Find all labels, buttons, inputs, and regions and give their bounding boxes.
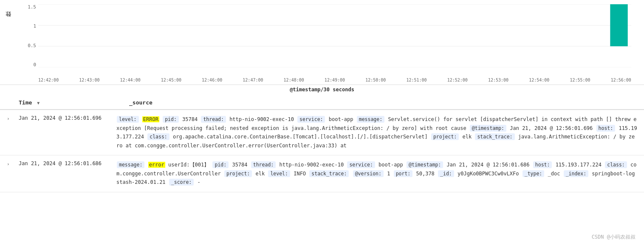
svg-rect-4 xyxy=(610,4,627,46)
log-rows: ›Jan 21, 2024 @ 12:56:01.696level: ERROR… xyxy=(0,110,644,192)
x-tick: 12:53:00 xyxy=(488,78,508,82)
source-tag: _index: xyxy=(564,170,588,177)
source-tag: @timestamp: xyxy=(470,125,506,132)
source-tag: level: xyxy=(268,170,290,177)
chart-area: 计数 1.510.50 12:42:0012:43:0012:44:0012:4… xyxy=(0,0,644,85)
x-tick: 12:52:00 xyxy=(447,78,468,82)
source-highlight: ERROR xyxy=(142,116,159,122)
source-tag: stack_trace: xyxy=(475,133,514,140)
y-tick: 1 xyxy=(33,23,36,29)
source-tag: pid: xyxy=(212,161,229,168)
x-axis-title: @timestamp/30 seconds xyxy=(0,85,644,96)
col-time-header[interactable]: Time ▼ xyxy=(19,99,129,106)
x-tick: 12:49:00 xyxy=(325,78,345,82)
source-tag: @version: xyxy=(353,170,384,177)
x-tick: 12:46:00 xyxy=(202,78,222,82)
sort-icon[interactable]: ▼ xyxy=(37,101,40,105)
source-tag: _type: xyxy=(523,170,545,177)
x-tick: 12:51:00 xyxy=(406,78,427,82)
x-tick: 12:48:00 xyxy=(284,78,304,82)
x-tick: 12:50:00 xyxy=(365,78,386,82)
chart-svg xyxy=(38,4,631,68)
source-tag: port: xyxy=(394,170,413,177)
source-tag: message: xyxy=(357,116,384,123)
y-axis: 1.510.50 xyxy=(23,4,36,68)
x-tick: 12:54:00 xyxy=(529,78,549,82)
chart-canvas xyxy=(38,4,631,68)
source-tag: service: xyxy=(297,116,325,123)
x-tick: 12:55:00 xyxy=(570,78,590,82)
x-tick: 12:42:00 xyxy=(38,78,59,82)
source-tag: class: xyxy=(147,133,169,140)
expand-button[interactable]: › xyxy=(7,161,15,167)
source-tag: thread: xyxy=(251,161,276,168)
time-label: Time xyxy=(19,99,32,106)
source-tag: _id: xyxy=(438,170,454,177)
source-tag: pid: xyxy=(163,116,179,123)
table-header: Time ▼ _source xyxy=(0,96,644,110)
x-tick: 12:47:00 xyxy=(243,78,263,82)
table-row: ›Jan 21, 2024 @ 12:56:01.686message: err… xyxy=(0,155,644,192)
log-time: Jan 21, 2024 @ 12:56:01.696 xyxy=(19,115,116,121)
y-tick: 0.5 xyxy=(28,43,36,48)
source-tag: message: xyxy=(117,161,144,168)
source-tag: level: xyxy=(117,116,139,123)
source-tag: stack_trace: xyxy=(309,170,349,177)
log-source: level: ERROR pid: 35784 thread: http-nio… xyxy=(116,115,637,150)
x-axis-labels: 12:42:0012:43:0012:44:0012:45:0012:46:00… xyxy=(38,78,631,82)
x-tick: 12:45:00 xyxy=(161,78,181,82)
source-tag: thread: xyxy=(201,116,226,123)
y-tick: 0 xyxy=(33,62,36,68)
source-highlight: error xyxy=(148,162,165,168)
y-tick: 1.5 xyxy=(28,4,36,10)
col-source-header: _source xyxy=(129,99,637,106)
source-tag: @timestamp: xyxy=(407,161,443,168)
x-tick: 12:44:00 xyxy=(120,78,141,82)
source-tag: project: xyxy=(224,170,252,177)
x-tick: 12:56:00 xyxy=(611,78,631,82)
log-source: message: error userId:【001】 pid: 35784 t… xyxy=(116,161,637,187)
source-tag: host: xyxy=(596,125,616,132)
log-time: Jan 21, 2024 @ 12:56:01.686 xyxy=(19,161,116,166)
source-tag: _score: xyxy=(169,179,194,186)
expand-button[interactable]: › xyxy=(7,115,15,121)
source-tag: project: xyxy=(431,133,459,140)
source-tag: host: xyxy=(533,161,552,168)
source-tag: class: xyxy=(605,161,627,168)
x-tick: 12:43:00 xyxy=(79,78,99,82)
table-row: ›Jan 21, 2024 @ 12:56:01.696level: ERROR… xyxy=(0,110,644,155)
source-tag: service: xyxy=(347,161,375,168)
